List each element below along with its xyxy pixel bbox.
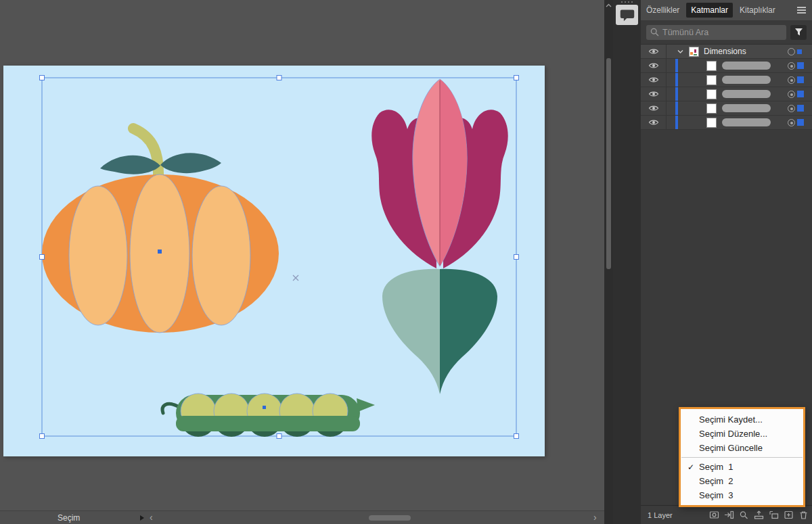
selection-indicator[interactable] [797,91,804,97]
object-thumbnail[interactable] [706,61,717,71]
pumpkin-illustration[interactable] [42,128,279,333]
target-circle-icon[interactable] [788,105,795,112]
search-row: Tümünü Ara [641,20,812,45]
selection-indicator[interactable] [797,76,804,83]
locate-object-icon[interactable] [739,510,749,519]
scroll-left-icon[interactable]: ‹ [150,511,153,524]
visibility-toggle[interactable] [641,116,667,129]
delete-selection-icon[interactable] [798,510,809,519]
menu-item[interactable]: Seçimi Kaydet... [681,412,803,427]
enter-isolation-icon[interactable] [724,510,734,519]
visibility-toggle[interactable] [641,45,667,58]
selection-indicator[interactable] [797,105,804,112]
object-label-placeholder [722,118,771,126]
menu-item[interactable]: Seçimi Güncelle [681,441,803,455]
artboard[interactable] [3,66,545,456]
visibility-toggle[interactable] [641,87,667,101]
layers-list: Dimensions [641,45,812,130]
search-placeholder: Tümünü Ara [662,28,708,37]
vertical-scrollbar-thumb[interactable] [606,58,611,269]
search-input[interactable]: Tümünü Ara [646,25,786,40]
collect-for-export-icon[interactable] [754,510,764,519]
target-circle-icon[interactable] [788,91,795,98]
object-thumbnail[interactable] [706,103,717,114]
object-label-placeholder [722,76,771,84]
beet-root-left[interactable] [382,269,440,394]
filter-funnel-icon [794,28,803,37]
pumpkin-lobe-right[interactable] [192,186,250,325]
menu-item-label: Seçimi Kaydet... [699,414,763,425]
anchor-point[interactable] [263,406,266,409]
target-circle-icon[interactable] [788,62,795,70]
filter-button[interactable] [790,25,807,40]
panel-dock-strip [613,0,641,524]
beet-illustration[interactable] [371,79,508,394]
selection-indicator[interactable] [797,119,804,126]
selection-indicator[interactable] [797,49,802,54]
layer-name[interactable]: Dimensions [704,47,746,56]
new-layer-icon[interactable] [784,510,794,519]
chevron-down-icon[interactable] [677,49,683,53]
layer-color-bar [675,101,678,115]
sublayer-row[interactable] [641,116,812,130]
beet-root-right[interactable] [440,269,497,394]
new-sublayer-icon[interactable] [769,510,779,519]
visibility-toggle[interactable] [641,59,667,72]
sublayer-row[interactable] [641,101,812,116]
canvas-status-bar: Seçim ‹ › [0,510,604,524]
vertical-scrollbar[interactable] [604,0,613,524]
object-thumbnail[interactable] [706,89,717,99]
menu-item[interactable]: Seçim 2 [681,474,803,488]
tab-libraries[interactable]: Kitaplıklar [740,5,775,15]
canvas-area[interactable]: Seçim ‹ › [0,0,604,524]
menu-item-label: Seçim 3 [699,490,734,500]
pumpkin-leaf-right[interactable] [160,153,221,173]
menu-item-label: Seçimi Güncelle [699,443,763,453]
tab-layers[interactable]: Katmanlar [686,3,733,18]
target-circle-icon[interactable] [788,119,795,126]
comments-panel-button[interactable] [616,5,638,25]
object-label-placeholder [722,104,771,112]
panel-menu-icon[interactable] [797,7,806,14]
menu-item[interactable]: ✓Seçim 1 [681,460,803,474]
layer-count-label: 1 Layer [648,511,673,519]
target-circle-icon[interactable] [788,76,795,84]
pumpkin-lobe-left[interactable] [69,186,127,325]
make-clipping-mask-icon[interactable] [709,510,719,519]
tab-properties[interactable]: Özellikler [646,5,679,15]
visibility-toggle[interactable] [641,101,667,115]
visibility-toggle[interactable] [641,73,667,87]
scroll-right-icon[interactable]: › [593,511,597,524]
menu-separator [681,457,803,458]
pod-stem-curl[interactable] [162,404,178,413]
sublayer-row[interactable] [641,87,812,101]
status-flyout-arrow-icon[interactable] [140,515,144,521]
pea-pod-illustration[interactable] [162,394,375,437]
layer-thumbnail[interactable] [689,47,699,57]
reference-cross-marker [293,275,298,281]
anchor-point[interactable] [158,249,162,254]
layer-row-dimensions[interactable]: Dimensions [641,45,812,59]
dock-drag-handle-icon[interactable] [613,1,641,3]
layer-color-bar [675,116,678,129]
pod-front-lip[interactable] [176,416,360,431]
speech-bubble-icon [620,9,635,22]
search-icon [650,28,659,37]
panel-tab-bar: Özellikler Katmanlar Kitaplıklar [641,0,812,20]
menu-item[interactable]: Seçim 3 [681,488,803,502]
menu-item[interactable]: Seçimi Düzenle... [681,427,803,441]
pumpkin-leaf-left[interactable] [100,156,160,174]
layer-color-bar [675,87,678,101]
object-thumbnail[interactable] [706,75,717,85]
sublayer-row[interactable] [641,73,812,87]
menu-item-label: Seçim 1 [699,462,734,472]
object-label-placeholder [722,90,771,98]
target-circle-icon[interactable] [788,48,795,55]
object-thumbnail[interactable] [706,118,717,128]
selection-indicator[interactable] [797,62,804,69]
sublayer-row[interactable] [641,59,812,73]
artwork [3,66,545,456]
horizontal-scrollbar-thumb[interactable] [369,515,411,521]
selection-context-menu: Seçimi Kaydet...Seçimi Düzenle...Seçimi … [679,407,805,507]
scroll-up-icon[interactable] [606,3,612,7]
